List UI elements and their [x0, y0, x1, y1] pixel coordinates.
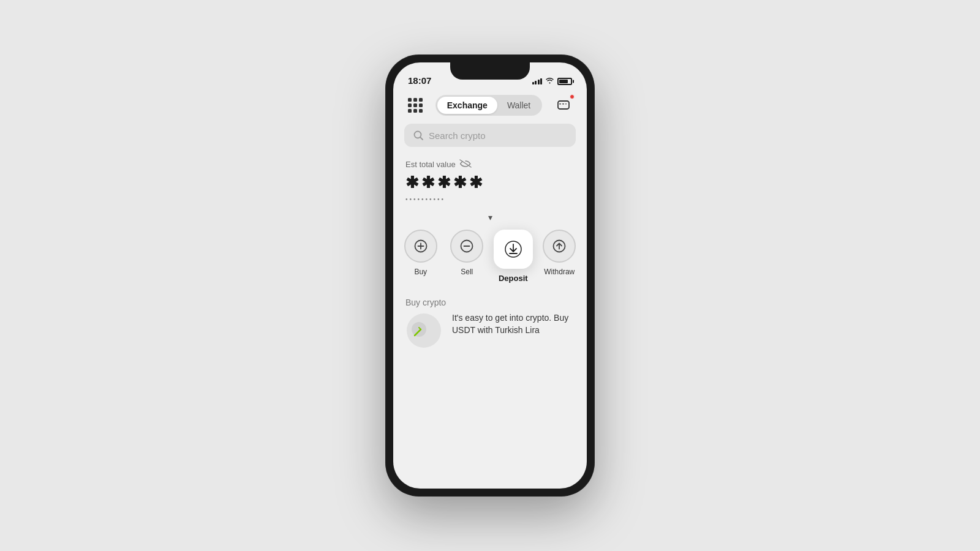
chevron-down-icon: ▾ [488, 212, 492, 222]
minus-circle-icon [459, 239, 474, 253]
message-icon [556, 98, 571, 113]
svg-rect-1 [559, 103, 561, 105]
svg-rect-0 [558, 101, 569, 109]
tab-wallet[interactable]: Wallet [497, 97, 540, 114]
signal-bar-2 [535, 81, 537, 84]
deposit-icon [505, 241, 522, 258]
crypto-illustration [405, 312, 445, 351]
signal-bar-3 [538, 80, 540, 84]
search-placeholder: Search crypto [429, 130, 486, 141]
buy-crypto-description: It's easy to get into crypto. Buy USDT w… [452, 312, 575, 336]
grid-dot [419, 109, 423, 113]
battery-fill [559, 80, 568, 83]
sell-label: Sell [461, 268, 473, 276]
svg-point-15 [412, 322, 426, 337]
grid-dot [419, 98, 423, 102]
grid-dot [408, 103, 412, 107]
est-total-label: Est total value [405, 160, 456, 169]
signal-bar-1 [532, 82, 534, 84]
search-icon [413, 130, 424, 141]
app-content: Exchange Wallet [393, 89, 587, 489]
grid-menu-icon[interactable] [405, 96, 425, 115]
search-bar[interactable]: Search crypto [404, 124, 576, 147]
withdraw-button-icon[interactable] [543, 230, 576, 263]
svg-rect-3 [565, 103, 567, 105]
message-button[interactable] [552, 94, 575, 116]
notch [450, 62, 530, 80]
grid-dot [408, 98, 412, 102]
plus-circle-icon [413, 239, 428, 253]
deposit-label: Deposit [499, 274, 528, 283]
balance-dots: •••••••••• [405, 196, 575, 203]
status-icons [532, 77, 573, 86]
phone-screen: 18:07 [393, 62, 587, 489]
buy-label: Buy [414, 268, 427, 276]
sell-button-icon[interactable] [450, 230, 483, 263]
wifi-icon [545, 77, 554, 86]
withdraw-label: Withdraw [544, 268, 575, 276]
grid-dot [419, 103, 423, 107]
grid-dot [413, 109, 417, 113]
est-total-label-row: Est total value [405, 159, 575, 170]
upload-circle-icon [552, 239, 567, 253]
svg-point-4 [415, 132, 421, 138]
svg-rect-2 [562, 103, 564, 105]
top-nav: Exchange Wallet [393, 89, 587, 124]
svg-line-5 [421, 138, 423, 140]
withdraw-action[interactable]: Withdraw [538, 230, 581, 283]
signal-bar-4 [540, 78, 542, 84]
tab-exchange[interactable]: Exchange [437, 97, 497, 114]
balance-stars: ✱✱✱✱✱ [405, 173, 575, 192]
status-time: 18:07 [408, 75, 431, 86]
grid-dot [413, 103, 417, 107]
signal-bars-icon [532, 78, 543, 84]
grid-dot [408, 109, 412, 113]
buy-crypto-card[interactable]: It's easy to get into crypto. Buy USDT w… [405, 312, 575, 351]
deposit-action[interactable]: Deposit [492, 230, 535, 283]
sell-action[interactable]: Sell [446, 230, 489, 283]
buy-button-icon[interactable] [404, 230, 437, 263]
action-buttons: Buy Sell [393, 225, 587, 293]
buy-crypto-section: Buy crypto It's easy to get into c [393, 293, 587, 489]
chevron-row[interactable]: ▾ [393, 208, 587, 225]
hide-balance-icon[interactable] [459, 159, 472, 170]
nav-tabs: Exchange Wallet [435, 95, 543, 116]
notification-badge [570, 94, 575, 99]
deposit-button-icon[interactable] [494, 230, 533, 269]
grid-dot [413, 98, 417, 102]
balance-section: Est total value ✱✱✱✱✱ •••••••••• [393, 157, 587, 208]
phone-frame: 18:07 [386, 55, 594, 496]
battery-icon [557, 78, 572, 85]
buy-action[interactable]: Buy [399, 230, 442, 283]
buy-crypto-title: Buy crypto [405, 298, 575, 307]
